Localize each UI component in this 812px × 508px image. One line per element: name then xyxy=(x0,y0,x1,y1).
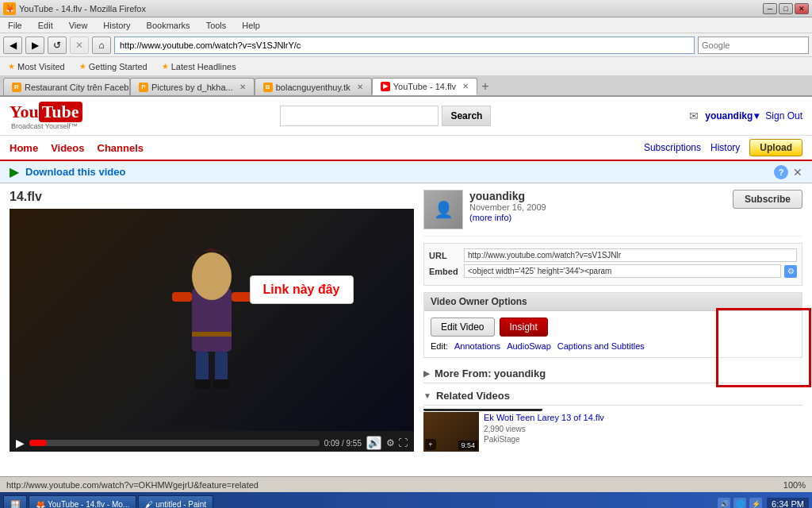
yt-header: You Tube Broadcast Yourself™ Search ✉ yo… xyxy=(0,97,812,136)
yt-signout-link[interactable]: Sign Out xyxy=(765,110,802,121)
reload-button[interactable]: ↺ xyxy=(48,37,67,54)
video-controls[interactable]: ▶ 0:09 / 9:55 🔊 ⚙ ⛶ xyxy=(10,431,414,452)
address-bar[interactable] xyxy=(114,37,695,54)
audioswap-link[interactable]: AudioSwap xyxy=(507,341,551,351)
browser-search-input[interactable] xyxy=(698,37,809,54)
download-close-button[interactable]: ✕ xyxy=(793,166,802,179)
taskbar-firefox[interactable]: 🦊 YouTube - 14.flv - Mo... xyxy=(29,495,136,508)
settings-ctrl-icon[interactable]: ⚙ xyxy=(386,437,395,448)
menu-edit[interactable]: Edit xyxy=(33,19,58,32)
maximize-button[interactable]: □ xyxy=(779,3,793,14)
play-pause-button[interactable]: ▶ xyxy=(16,437,25,449)
annotations-link[interactable]: Annotations xyxy=(454,341,500,351)
tab-bolac[interactable]: B bolacnguyenthuy.tk ✕ xyxy=(255,78,372,95)
tab-restaurant-city[interactable]: R Restaurant City trên Facebook ✕ xyxy=(3,78,130,95)
upload-button[interactable]: Upload xyxy=(749,139,802,156)
edit-label: Edit: xyxy=(431,341,448,351)
related-title-0[interactable]: Ek Woti Teen Larey 13 of 14.flv xyxy=(484,413,604,422)
video-bg xyxy=(10,209,414,431)
menu-history[interactable]: History xyxy=(98,19,135,32)
channel-more-link[interactable]: (more info) xyxy=(469,213,511,222)
download-help-button[interactable]: ? xyxy=(774,165,788,179)
tab-close-bolac[interactable]: ✕ xyxy=(357,83,363,91)
yt-search-area: Search xyxy=(280,106,491,126)
tab-label-bolac: bolacnguyenthuy.tk xyxy=(276,83,350,92)
related-videos-header[interactable]: ▼ Related Videos xyxy=(423,387,802,406)
bookmark-getting-started[interactable]: ★ Getting Started xyxy=(75,60,152,73)
video-link-overlay: Link này đây xyxy=(250,275,354,304)
youtube-page: You Tube Broadcast Yourself™ Search ✉ yo… xyxy=(0,97,812,476)
insight-button[interactable]: Insight xyxy=(500,318,548,337)
svg-rect-5 xyxy=(215,352,228,383)
back-button[interactable]: ◀ xyxy=(3,37,22,54)
captions-link[interactable]: Captions and Subtitles xyxy=(557,341,645,351)
tab-favicon-bolac: B xyxy=(263,83,273,92)
status-bar: http://www.youtube.com/watch?v=OKHMWgejr… xyxy=(0,476,812,492)
bookmark-latest-headlines[interactable]: ★ Latest Headlines xyxy=(157,60,241,73)
taskbar-paint[interactable]: 🖌 untitled - Paint xyxy=(138,495,213,508)
yt-logo-you: You xyxy=(10,102,39,122)
tab-photobucket[interactable]: P Pictures by d_hkha... ✕ xyxy=(130,78,255,95)
download-link[interactable]: Download this video xyxy=(25,166,125,178)
menu-file[interactable]: File xyxy=(3,19,27,32)
yt-search-input[interactable] xyxy=(280,106,439,126)
systray-icons: 🔊 🌐 ⚡ xyxy=(718,498,762,508)
minimize-button[interactable]: ─ xyxy=(763,3,777,14)
forward-button[interactable]: ▶ xyxy=(25,37,44,54)
related-uploader-0: PakiStage xyxy=(484,435,802,444)
tab-youtube[interactable]: ▶ YouTube - 14.flv ✕ xyxy=(372,78,477,95)
nav-videos[interactable]: Videos xyxy=(51,140,84,156)
yt-video-section: 14.flv xyxy=(10,190,414,445)
svg-rect-6 xyxy=(194,379,210,389)
yt-search-button[interactable]: Search xyxy=(442,106,491,126)
subscribe-button[interactable]: Subscribe xyxy=(733,190,802,209)
more-from-toggle: ▶ xyxy=(423,369,430,378)
download-bar: ▶ Download this video ? ✕ xyxy=(0,161,812,183)
tabs-bar: R Restaurant City trên Facebook ✕ P Pict… xyxy=(0,76,812,97)
taskbar: 🪟 🦊 YouTube - 14.flv - Mo... 🖌 untitled … xyxy=(0,492,812,508)
nav-channels[interactable]: Channels xyxy=(98,140,144,156)
fullscreen-icon[interactable]: ⛶ xyxy=(398,437,408,448)
menu-help[interactable]: Help xyxy=(237,19,265,32)
related-info-0: Ek Woti Teen Larey 13 of 14.flv 2,990 vi… xyxy=(484,412,802,452)
close-button[interactable]: ✕ xyxy=(795,3,809,14)
tab-label-pb: Pictures by d_hkha... xyxy=(151,83,233,92)
video-content: Link này đây xyxy=(10,209,414,431)
home-button[interactable]: ⌂ xyxy=(92,37,111,54)
more-from-header[interactable]: ▶ More From: youandikg xyxy=(423,364,802,383)
nav-home[interactable]: Home xyxy=(10,140,38,156)
url-input[interactable] xyxy=(464,248,797,262)
menu-bookmarks[interactable]: Bookmarks xyxy=(142,19,195,32)
more-from-title: More From: youandikg xyxy=(435,368,546,379)
add-to-playlist-0[interactable]: + xyxy=(425,439,436,450)
channel-name[interactable]: youandikg xyxy=(469,190,726,202)
menu-tools[interactable]: Tools xyxy=(201,19,232,32)
related-toggle: ▼ xyxy=(423,391,431,400)
menu-view[interactable]: View xyxy=(64,19,93,32)
yt-nav-right: Subscriptions History Upload xyxy=(644,139,802,156)
progress-bar[interactable] xyxy=(29,440,320,446)
start-button[interactable]: 🪟 xyxy=(3,495,27,508)
systray-icon-2: 🌐 xyxy=(733,498,746,508)
nav-history[interactable]: History xyxy=(710,142,740,153)
yt-logo[interactable]: You Tube xyxy=(10,102,82,122)
svg-rect-8 xyxy=(192,332,232,337)
play-icon: ▶ xyxy=(10,164,19,179)
edit-video-button[interactable]: Edit Video xyxy=(431,318,495,337)
bookmark-most-visited[interactable]: ★ Most Visited xyxy=(3,60,70,73)
embed-options-button[interactable]: ⚙ xyxy=(784,265,797,278)
yt-right-panel: 👤 youandikg November 16, 2009 (more info… xyxy=(423,190,802,445)
yt-username[interactable]: youandikg ▾ xyxy=(705,110,759,121)
ctrl-icons: ⚙ ⛶ xyxy=(386,437,408,448)
embed-input[interactable] xyxy=(464,264,781,278)
stop-button[interactable]: ✕ xyxy=(70,37,89,54)
zoom-level: 100% xyxy=(783,480,806,490)
tab-close-yt[interactable]: ✕ xyxy=(462,82,469,90)
tab-close-pb[interactable]: ✕ xyxy=(239,83,246,91)
volume-button[interactable]: 🔊 xyxy=(366,436,381,450)
channel-details: youandikg November 16, 2009 (more info) xyxy=(469,190,726,223)
related-thumb-0[interactable]: 9:54 + xyxy=(423,412,479,452)
related-videos-list: 9:54 + Ek Woti Teen Larey 13 of 14.flv 2… xyxy=(423,409,802,452)
nav-subscriptions[interactable]: Subscriptions xyxy=(644,142,701,153)
new-tab-button[interactable]: + xyxy=(477,78,493,95)
